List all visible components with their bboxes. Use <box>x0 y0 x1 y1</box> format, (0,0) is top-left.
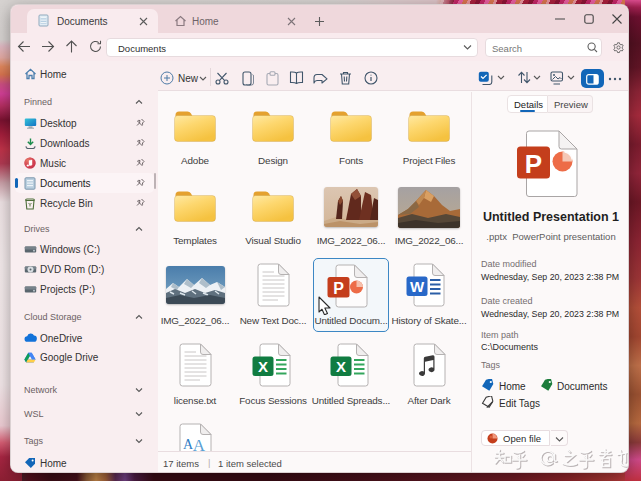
svg-text:W: W <box>410 278 425 295</box>
svg-text:P: P <box>525 149 542 179</box>
svg-text:P: P <box>333 280 344 297</box>
svg-text:X: X <box>258 358 268 375</box>
svg-text:X: X <box>336 358 346 375</box>
